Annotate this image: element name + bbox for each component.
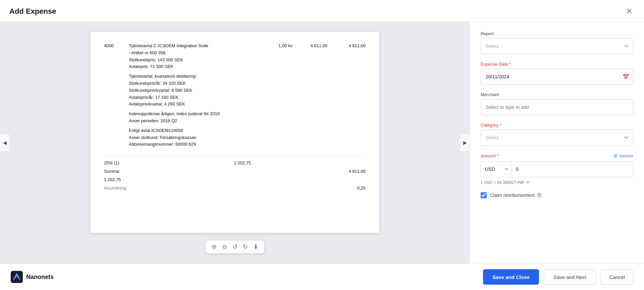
amount-label: Amount * xyxy=(481,153,499,158)
chevron-right-icon: ▶ xyxy=(463,140,467,145)
claim-reimbursement-row: Claim reimbursement ? xyxy=(481,192,633,198)
rotate-right-icon: ↻ xyxy=(243,243,248,250)
footer-actions: Save and Close Save and Next Cancel xyxy=(483,269,633,285)
rotate-right-button[interactable]: ↻ xyxy=(243,243,248,250)
summa-value: 4 811,00 xyxy=(348,168,366,175)
edit-exchange-rate-icon[interactable]: ✏ xyxy=(526,180,530,185)
exchange-rate-text: 1 USD = 84.366827 INR xyxy=(481,180,524,185)
rotate-left-button[interactable]: ↺ xyxy=(232,243,237,250)
chevron-left-icon: ◀ xyxy=(3,140,7,145)
footer-logo: Nanonets xyxy=(11,271,54,283)
modal-title: Add Expense xyxy=(9,7,56,16)
rotate-left-icon: ↺ xyxy=(232,243,237,250)
summary-row-rounding: Avrundning: 0,25 xyxy=(104,184,366,193)
modal-footer: Nanonets Save and Close Save and Next Ca… xyxy=(0,264,644,290)
report-field: Report Select xyxy=(481,31,633,54)
svg-rect-0 xyxy=(11,271,23,283)
cancel-button[interactable]: Cancel xyxy=(601,269,633,285)
table-row: 4000 Tjänsteavtal C-ICSOEM Integration S… xyxy=(104,42,366,149)
merchant-input[interactable] xyxy=(481,99,633,115)
summary-row-tax: 1 202,75 xyxy=(104,176,366,184)
report-label: Report xyxy=(481,31,633,36)
document-content: 4000 Tjänsteavtal C-ICSOEM Integration S… xyxy=(0,22,470,264)
tax-label: 25% (1) xyxy=(104,160,119,167)
download-icon: ⬇ xyxy=(253,243,258,250)
zoom-out-button[interactable]: ⊖ xyxy=(222,243,227,250)
currency-select[interactable]: USD EUR SEK INR GBP xyxy=(481,161,511,177)
amount-input-row: USD EUR SEK INR GBP xyxy=(481,161,633,177)
line-description: Tjänsteavtal C-ICSOEM Integration Suite … xyxy=(129,43,264,148)
line-qty: 1,00 kv xyxy=(266,43,292,148)
expense-date-field: Expense Date * 📅 xyxy=(481,62,633,85)
summary-row-tax-base: 25% (1) 1 202,75 xyxy=(104,159,366,167)
report-select[interactable]: Select xyxy=(481,38,633,54)
itemize-button[interactable]: ⊞ Itemize xyxy=(613,153,633,158)
close-button[interactable]: ✕ xyxy=(624,6,635,17)
zoom-in-icon: ⊕ xyxy=(212,243,217,250)
document-summary: 25% (1) 1 202,75 Summa: 4 811,00 1 202,7… xyxy=(104,155,366,192)
save-and-next-button[interactable]: Save and Next xyxy=(544,269,596,285)
amount-header: Amount * ⊞ Itemize xyxy=(481,153,633,158)
document-toolbar: ⊕ ⊖ ↺ ↻ ⬇ xyxy=(205,240,265,253)
tax-base-value: 1 202,75 xyxy=(234,160,251,167)
doc-nav-right-button[interactable]: ▶ xyxy=(460,134,470,151)
document-page: 4000 Tjänsteavtal C-ICSOEM Integration S… xyxy=(91,32,379,233)
category-label: Category * xyxy=(481,123,633,128)
calendar-icon: 📅 xyxy=(623,74,629,80)
help-icon[interactable]: ? xyxy=(537,193,542,198)
amount-section: Amount * ⊞ Itemize USD EUR SEK xyxy=(481,153,633,185)
line-number: 4000 xyxy=(104,43,127,148)
modal-body: ◀ 4000 Tjänsteavtal C-ICSOEM Integration… xyxy=(0,22,644,264)
close-icon: ✕ xyxy=(626,7,632,16)
date-input-wrapper: 📅 xyxy=(481,69,633,85)
line-unit-price: 4 811,00 xyxy=(294,43,327,148)
doc-nav-left-button[interactable]: ◀ xyxy=(0,134,9,151)
expense-date-label: Expense Date * xyxy=(481,62,633,67)
exchange-rate-display: 1 USD = 84.366827 INR ✏ xyxy=(481,180,633,185)
save-and-close-button[interactable]: Save and Close xyxy=(483,269,539,285)
document-panel: ◀ 4000 Tjänsteavtal C-ICSOEM Integration… xyxy=(0,22,470,264)
claim-reimbursement-label: Claim reimbursement ? xyxy=(490,193,542,198)
summary-row-summa: Summa: 4 811,00 xyxy=(104,167,366,176)
form-panel: Report Select Expense Date * 📅 xyxy=(470,22,644,264)
zoom-in-button[interactable]: ⊕ xyxy=(212,243,217,250)
merchant-field: Merchant xyxy=(481,92,633,115)
category-select[interactable]: Select xyxy=(481,130,633,146)
logo-text: Nanonets xyxy=(26,274,54,281)
amount-input[interactable] xyxy=(511,161,633,177)
expense-date-input[interactable] xyxy=(481,69,633,85)
merchant-label: Merchant xyxy=(481,92,633,97)
rounding-label: Avrundning: xyxy=(104,185,127,192)
summary-tax-value: 1 202,75 xyxy=(104,176,121,184)
itemize-label: Itemize xyxy=(619,153,633,158)
download-button[interactable]: ⬇ xyxy=(253,243,258,250)
zoom-out-icon: ⊖ xyxy=(222,243,227,250)
claim-reimbursement-checkbox[interactable] xyxy=(481,192,487,198)
itemize-icon: ⊞ xyxy=(613,153,618,158)
add-expense-modal: Add Expense ✕ ◀ 4000 Tjäns xyxy=(0,0,644,290)
line-total: 4 811,00 xyxy=(329,43,366,148)
nanonets-logo-icon xyxy=(11,271,23,283)
category-field: Category * Select xyxy=(481,123,633,146)
rounding-value: 0,25 xyxy=(357,185,366,192)
modal-header: Add Expense ✕ xyxy=(0,0,644,22)
summa-label: Summa: xyxy=(104,168,120,175)
